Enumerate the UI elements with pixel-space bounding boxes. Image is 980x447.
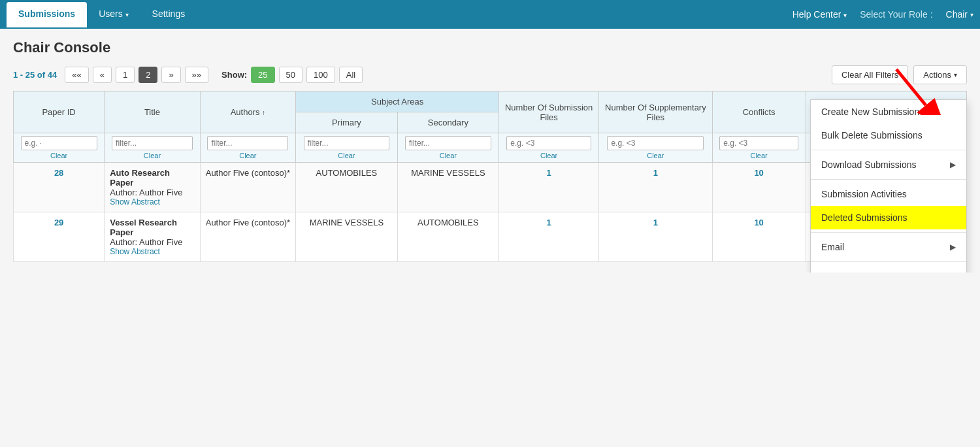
filter-input-primary[interactable] (304, 136, 390, 150)
menu-item-email[interactable]: Email ▶ (811, 235, 966, 259)
filter-cell-secondary: Clear (397, 133, 498, 163)
tpms-arrow-icon: ▶ (950, 272, 956, 273)
filter-input-paper-id[interactable] (21, 136, 97, 150)
filter-clear-conflicts[interactable]: Clear (715, 152, 803, 159)
actions-dropdown-icon: ▾ (954, 71, 957, 78)
actions-button[interactable]: Actions ▾ (913, 65, 967, 84)
nav-tab-submissions[interactable]: Submissions (7, 2, 87, 27)
menu-divider-3 (811, 232, 966, 233)
menu-item-download-submissions[interactable]: Download Submissions ▶ (811, 153, 966, 176)
first-page-button[interactable]: «« (65, 67, 88, 83)
actions-dropdown-menu: Create New Submission Bulk Delete Submis… (810, 99, 967, 273)
filter-cell-conflicts: Clear (712, 133, 806, 163)
col-header-authors: Authors ↑ (200, 91, 296, 133)
page-1-button[interactable]: 1 (116, 67, 135, 83)
row-28-submission-files: 1 (499, 163, 599, 212)
col-header-title: Title (105, 91, 200, 133)
row-28-secondary: MARINE VESSELS (397, 163, 498, 212)
filter-input-authors[interactable] (207, 136, 288, 150)
row-28-primary: AUTOMOBILES (296, 163, 397, 212)
filter-clear-submission-files[interactable]: Clear (502, 152, 596, 159)
row-28-supplementary-files: 1 (599, 163, 712, 212)
nav-tabs-left: Submissions Users ▾ Settings (7, 2, 197, 27)
download-submissions-arrow-icon: ▶ (950, 160, 956, 169)
menu-item-deleted-submissions[interactable]: Deleted Submissions (811, 206, 966, 229)
top-navigation: Submissions Users ▾ Settings Help Center… (0, 0, 980, 29)
row-29-secondary: AUTOMOBILES (397, 212, 498, 262)
col-header-secondary: Secondary (397, 112, 498, 133)
page-content: Chair Console 1 - 25 of 44 «« « 1 2 » »»… (0, 29, 980, 273)
pagination-bar: 1 - 25 of 44 «« « 1 2 » »» Show: 25 50 1… (13, 65, 967, 84)
row-28-title: Auto Research Paper Author: Author Five … (105, 163, 200, 212)
authors-sort-icon[interactable]: ↑ (262, 109, 265, 116)
show-50-button[interactable]: 50 (279, 67, 302, 83)
filter-clear-primary[interactable]: Clear (299, 152, 394, 159)
right-controls: Clear All Filters Actions ▾ (832, 65, 967, 84)
row-29-supplementary-files: 1 (599, 212, 712, 262)
col-header-primary: Primary (296, 112, 397, 133)
pagination-info: 1 - 25 of 44 (13, 70, 57, 80)
col-header-conflicts: Conflicts (712, 91, 806, 133)
filter-input-title[interactable] (112, 136, 193, 150)
row-28-conflicts: 10 (712, 163, 806, 212)
filter-clear-secondary[interactable]: Clear (400, 152, 496, 159)
role-dropdown-icon: ▾ (970, 11, 973, 18)
prev-page-button[interactable]: « (93, 67, 112, 83)
filter-cell-title: Clear (105, 133, 200, 163)
row-29-primary: MARINE VESSELS (296, 212, 397, 262)
row-28-paper-id: 28 (14, 163, 105, 212)
filter-input-submission-files[interactable] (506, 136, 591, 150)
menu-item-bulk-delete-submissions[interactable]: Bulk Delete Submissions (811, 124, 966, 147)
row-29-submission-files: 1 (499, 212, 599, 262)
filter-input-secondary[interactable] (405, 136, 491, 150)
filter-cell-primary: Clear (296, 133, 397, 163)
row-28-show-abstract[interactable]: Show Abstract (110, 197, 194, 207)
page-2-button[interactable]: 2 (139, 67, 157, 83)
email-arrow-icon: ▶ (950, 242, 956, 252)
page-title: Chair Console (13, 39, 967, 56)
menu-item-tpms[interactable]: TPMS ▶ (811, 265, 966, 273)
col-header-num-supplementary-files: Number Of Supplementary Files (599, 91, 712, 133)
row-29-paper-id: 29 (14, 212, 105, 262)
col-header-num-submission-files: Number Of Submission Files (499, 91, 599, 133)
menu-divider-2 (811, 179, 966, 180)
filter-cell-authors: Clear (200, 133, 296, 163)
help-center-dropdown-icon: ▾ (843, 12, 847, 19)
filter-clear-supplementary-files[interactable]: Clear (602, 152, 709, 159)
select-role-label: Select Your Role : (860, 9, 932, 20)
nav-right: Help Center ▾ Select Your Role : Chair ▾ (792, 9, 973, 20)
menu-divider-4 (811, 261, 966, 262)
show-all-button[interactable]: All (339, 67, 363, 83)
help-center-menu[interactable]: Help Center ▾ (792, 9, 847, 20)
filter-cell-supplementary-files: Clear (599, 133, 712, 163)
filter-input-supplementary-files[interactable] (607, 136, 704, 150)
row-29-title: Vessel Research Paper Author: Author Fiv… (105, 212, 200, 262)
row-28-authors: Author Five (contoso)* (200, 163, 296, 212)
role-selector[interactable]: Chair ▾ (946, 9, 973, 20)
last-page-button[interactable]: »» (185, 67, 208, 83)
col-header-subject-areas: Subject Areas (296, 91, 499, 112)
row-29-authors: Author Five (contoso)* (200, 212, 296, 262)
filter-input-conflicts[interactable] (719, 136, 798, 150)
nav-tab-users[interactable]: Users ▾ (87, 2, 140, 27)
nav-tab-settings[interactable]: Settings (140, 2, 197, 27)
clear-all-filters-button[interactable]: Clear All Filters (832, 65, 908, 84)
row-29-conflicts: 10 (712, 212, 806, 262)
filter-cell-submission-files: Clear (499, 133, 599, 163)
col-header-paper-id: Paper ID (14, 91, 105, 133)
show-25-button[interactable]: 25 (251, 67, 274, 83)
show-100-button[interactable]: 100 (306, 67, 335, 83)
filter-clear-paper-id[interactable]: Clear (16, 152, 101, 159)
menu-item-submission-activities[interactable]: Submission Activities (811, 182, 966, 206)
filter-cell-paper-id: Clear (14, 133, 105, 163)
row-29-show-abstract[interactable]: Show Abstract (110, 247, 194, 256)
filter-clear-authors[interactable]: Clear (203, 152, 293, 159)
filter-clear-title[interactable]: Clear (107, 152, 197, 159)
users-dropdown-icon: ▾ (125, 11, 129, 18)
menu-divider-1 (811, 150, 966, 150)
menu-item-create-new-submission[interactable]: Create New Submission (811, 100, 966, 124)
show-label: Show: (221, 70, 247, 80)
next-page-button[interactable]: » (161, 67, 180, 83)
